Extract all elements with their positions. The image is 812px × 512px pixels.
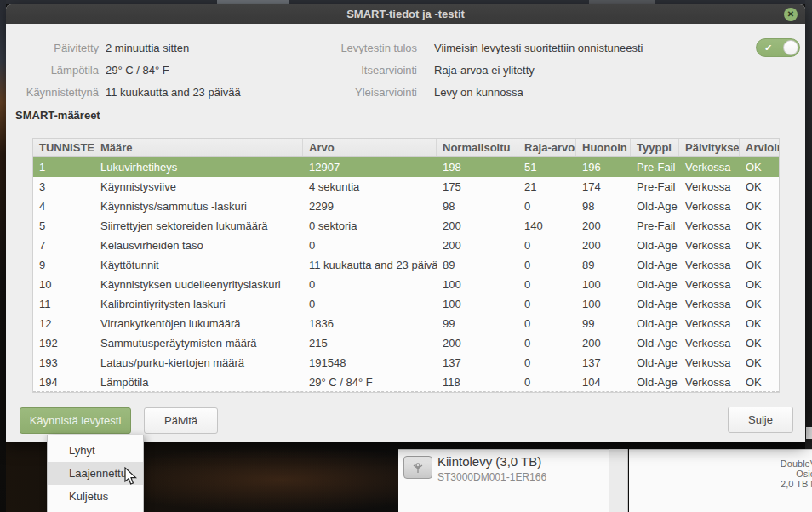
- table-cell: 200: [576, 333, 631, 353]
- hard-disk-icon: [403, 456, 432, 479]
- table-row[interactable]: 194Lämpötila29° C / 84° F1180104Old-AgeV…: [33, 373, 779, 392]
- close-icon[interactable]: ✕: [784, 8, 798, 21]
- table-cell: Virrankytkentöjen lukumäärä: [94, 314, 303, 333]
- table-cell: Old-Age: [631, 275, 679, 294]
- volume-info-line: DoubleVol: [629, 458, 812, 469]
- table-cell: OK: [740, 314, 779, 333]
- column-header[interactable]: Arvo: [303, 139, 437, 156]
- dialog-body: Päivitetty 2 minuuttia sitten Lämpötila …: [6, 24, 805, 442]
- attributes-section-title: SMART-määreet: [15, 109, 100, 122]
- table-cell: 200: [576, 216, 631, 236]
- table-cell: OK: [740, 353, 779, 373]
- table-cell: 137: [576, 353, 631, 373]
- table-cell: Old-Age: [631, 333, 679, 353]
- table-cell: 200: [437, 216, 518, 236]
- table-cell: Old-Age: [631, 255, 679, 275]
- table-row[interactable]: 9Käyttötunnit11 kuukautta and 23 päivää8…: [33, 255, 779, 275]
- table-cell: 89: [437, 255, 518, 275]
- start-selftest-button[interactable]: Käynnistä levytesti: [20, 407, 131, 434]
- table-cell: 140: [518, 216, 576, 236]
- menu-item[interactable]: Lyhyt: [48, 439, 143, 462]
- table-cell: Siirrettyjen sektoreiden lukumäärä: [94, 216, 303, 236]
- close-button[interactable]: Sulje: [728, 407, 793, 433]
- table-cell: 175: [437, 177, 518, 196]
- self-assessment-value: Raja-arvoa ei ylitetty: [434, 62, 535, 79]
- disk-title: Kiintolevy (3,0 TB): [437, 454, 541, 469]
- dialog-titlebar[interactable]: SMART-tiedot ja -testit ✕: [6, 4, 805, 24]
- table-cell: Käynnistyksen uudelleenyrityslaskuri: [94, 275, 303, 294]
- table-cell: 51: [518, 157, 576, 177]
- table-cell: 0: [518, 353, 576, 373]
- table-row[interactable]: 11Kalibrointiyritysten laskuri01000100Ol…: [33, 294, 779, 314]
- table-cell: Käynnistysviive: [94, 177, 303, 196]
- table-cell: 0: [518, 236, 576, 255]
- column-header[interactable]: Määre: [94, 139, 303, 156]
- table-cell: 200: [437, 236, 518, 255]
- table-cell: 118: [437, 373, 518, 392]
- table-cell: 191548: [303, 353, 437, 373]
- panel-separator: [609, 449, 628, 512]
- column-header[interactable]: TUNNISTE: [33, 139, 94, 156]
- table-cell: Old-Age: [631, 294, 679, 314]
- table-cell: Pre-Fail: [631, 177, 679, 196]
- table-cell: Verkossa: [679, 353, 740, 373]
- table-cell: 12: [33, 314, 94, 333]
- table-cell: 98: [576, 196, 631, 216]
- table-cell: 0: [518, 314, 576, 333]
- column-header[interactable]: Normalisoitu: [437, 139, 518, 156]
- table-row[interactable]: 192Sammutusperäytymisten määrä2152000200…: [33, 333, 779, 353]
- table-row[interactable]: 1Lukuvirhetiheys1290719851196Pre-FailVer…: [33, 157, 779, 177]
- table-cell: Käynnistys/sammutus -laskuri: [94, 196, 303, 216]
- table-cell: 0: [518, 196, 576, 216]
- table-cell: 29° C / 84° F: [303, 373, 437, 392]
- powered-on-label: Käynnistettynä: [15, 84, 99, 101]
- updated-value: 2 minuuttia sitten: [106, 40, 189, 57]
- table-cell: 215: [303, 333, 437, 353]
- powered-on-value: 11 kuukautta and 23 päivää: [106, 84, 241, 101]
- toggle-knob[interactable]: [783, 40, 798, 55]
- table-cell: OK: [740, 157, 779, 177]
- table-cell: 137: [437, 353, 518, 373]
- column-header[interactable]: Arviointi: [740, 139, 779, 156]
- table-cell: Old-Age: [631, 236, 679, 255]
- table-cell: 89: [576, 255, 631, 275]
- table-cell: 196: [576, 157, 631, 177]
- table-cell: 21: [518, 177, 576, 196]
- table-row[interactable]: 3Käynnistysviive4 sekuntia17521174Pre-Fa…: [33, 177, 779, 196]
- table-cell: Old-Age: [631, 353, 679, 373]
- table-row[interactable]: 12Virrankytkentöjen lukumäärä183699099Ol…: [33, 314, 779, 333]
- dialog-title: SMART-tiedot ja -testit: [6, 4, 805, 24]
- table-row[interactable]: 4Käynnistys/sammutus -laskuri229998098Ol…: [33, 196, 779, 216]
- table-cell: OK: [740, 216, 779, 236]
- table-cell: 11 kuukautta and 23 päivää: [303, 255, 437, 275]
- background-window-fragment: [806, 427, 812, 439]
- table-header-row: TUNNISTEMääreArvoNormalisoituRaja-arvoHu…: [33, 139, 779, 157]
- table-cell: 0: [518, 255, 576, 275]
- smart-enabled-toggle[interactable]: ✔: [756, 38, 800, 57]
- table-cell: Lataus/purku-kiertojen määrä: [94, 353, 303, 373]
- refresh-button[interactable]: Päivitä: [144, 407, 218, 434]
- table-cell: 9: [33, 255, 94, 275]
- table-cell: Sammutusperäytymisten määrä: [94, 333, 303, 353]
- table-cell: 100: [437, 275, 518, 294]
- column-header[interactable]: Raja-arvo: [518, 139, 576, 156]
- mouse-cursor-icon: [124, 467, 138, 489]
- table-row[interactable]: 10Käynnistyksen uudelleenyrityslaskuri01…: [33, 275, 779, 294]
- table-cell: Käyttötunnit: [94, 255, 303, 275]
- column-header[interactable]: Huonoin: [576, 139, 631, 156]
- table-cell: Verkossa: [679, 314, 740, 333]
- table-row[interactable]: 5Siirrettyjen sektoreiden lukumäärä0 sek…: [33, 216, 779, 236]
- table-cell: 0 sektoria: [303, 216, 437, 236]
- table-cell: 0: [518, 333, 576, 353]
- column-header[interactable]: Päivitykset: [679, 139, 740, 156]
- table-cell: Verkossa: [679, 177, 740, 196]
- table-cell: 12907: [303, 157, 437, 177]
- volume-info: DoubleVolOsio 12,0 TB NT: [629, 458, 812, 489]
- table-cell: Old-Age: [631, 196, 679, 216]
- table-row[interactable]: 7Kelausvirheiden taso02000200Old-AgeVerk…: [33, 236, 779, 255]
- column-header[interactable]: Tyyppi: [631, 139, 679, 156]
- table-cell: 194: [33, 373, 94, 392]
- disk-list-item[interactable]: Kiintolevy (3,0 TB) ST3000DM001-1ER166: [398, 449, 609, 512]
- overall-assessment-value: Levy on kunnossa: [434, 84, 523, 101]
- table-row[interactable]: 193Lataus/purku-kiertojen määrä191548137…: [33, 353, 779, 373]
